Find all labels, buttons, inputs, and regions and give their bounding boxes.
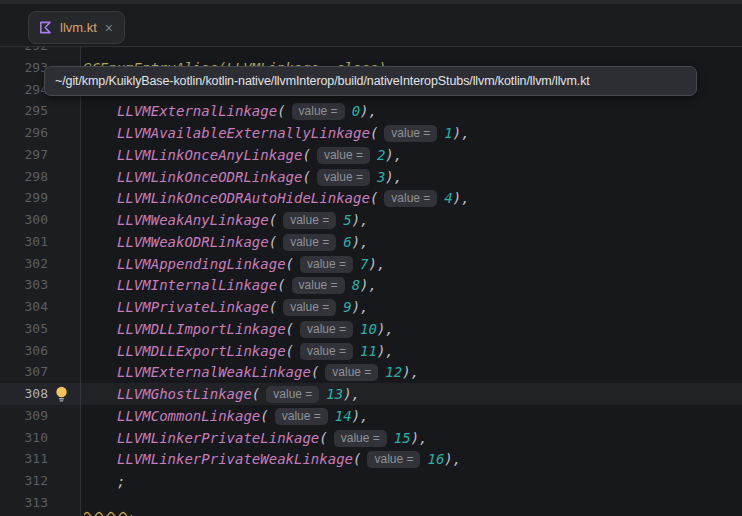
code-text[interactable]: LLVMExternalLinkage(value =0), (81, 100, 742, 122)
line-number[interactable]: 300 (0, 209, 81, 231)
line-number[interactable]: 310 (0, 427, 81, 449)
line-number[interactable]: 312 (0, 470, 81, 492)
code-line-311[interactable]: 311LLVMLinkerPrivateWeakLinkage(value =1… (0, 448, 742, 470)
code-line-308[interactable]: 308LLVMGhostLinkage(value =13), (0, 383, 742, 405)
inlay-hint-value: value = (300, 256, 353, 273)
code-line-302[interactable]: 302LLVMAppendingLinkage(value =7), (0, 253, 742, 275)
line-number[interactable]: 304 (0, 296, 81, 318)
inlay-hint-value: value = (317, 169, 370, 186)
code-line-312[interactable]: 312; (0, 470, 742, 492)
line-number[interactable]: 303 (0, 274, 81, 296)
inlay-hint-value: value = (283, 234, 336, 251)
code-text[interactable]: LLVMAppendingLinkage(value =7), (81, 253, 742, 275)
code-line-301[interactable]: 301LLVMWeakODRLinkage(value =6), (0, 231, 742, 253)
inlay-hint-value: value = (334, 430, 387, 447)
ide-window: 292293@CEnumEntryAlias(LLVMLinkage::clas… (0, 0, 742, 516)
code-text[interactable]: LLVMCommonLinkage(value =14), (81, 405, 742, 427)
code-text[interactable]: LLVMInternalLinkage(value =8), (81, 274, 742, 296)
code-line-307[interactable]: 307LLVMExternalWeakLinkage(value =12), (0, 361, 742, 383)
inlay-hint-value: value = (292, 277, 345, 294)
inlay-hint-value: value = (300, 321, 353, 338)
lightbulb-icon[interactable] (54, 386, 69, 402)
code-line-296[interactable]: 296LLVMAvailableExternallyLinkage(value … (0, 122, 742, 144)
inlay-hint-value: value = (266, 386, 319, 403)
code-text[interactable]: LLVMLinkerPrivateWeakLinkage(value =16), (81, 448, 742, 470)
inlay-hint-value: value = (300, 343, 353, 360)
code-line-306[interactable]: 306LLVMDLLExportLinkage(value =11), (0, 340, 742, 362)
line-number[interactable]: 306 (0, 340, 81, 362)
line-number[interactable]: 299 (0, 187, 81, 209)
code-text[interactable]: LLVMPrivateLinkage(value =9), (81, 296, 742, 318)
inlay-hint-value: value = (283, 212, 336, 229)
inlay-hint-value: value = (283, 299, 336, 316)
inlay-hint-value: value = (292, 103, 345, 120)
inlay-hint-value: value = (384, 190, 437, 207)
line-number[interactable]: 302 (0, 253, 81, 275)
code-text[interactable]: LLVMLinkerPrivateLinkage(value =15), (81, 427, 742, 449)
line-number[interactable]: 309 (0, 405, 81, 427)
line-number[interactable]: 311 (0, 448, 81, 470)
line-number[interactable]: 295 (0, 100, 81, 122)
code-text[interactable]: ; (81, 470, 742, 492)
code-text[interactable]: LLVMWeakAnyLinkage(value =5), (81, 209, 742, 231)
line-number[interactable]: 296 (0, 122, 81, 144)
code-line-295[interactable]: 295LLVMExternalLinkage(value =0), (0, 100, 742, 122)
code-text[interactable]: LLVMLinkOnceODRLinkage(value =3), (81, 166, 742, 188)
inlay-hint-value: value = (367, 451, 420, 468)
inlay-hint-value: value = (275, 408, 328, 425)
code-text[interactable]: LLVMLinkOnceAnyLinkage(value =2), (81, 144, 742, 166)
code-line-300[interactable]: 300LLVMWeakAnyLinkage(value =5), (0, 209, 742, 231)
line-number[interactable]: 305 (0, 318, 81, 340)
code-text[interactable]: LLVMDLLExportLinkage(value =11), (81, 340, 742, 362)
line-number[interactable]: 301 (0, 231, 81, 253)
editor-tab-bar: llvm.kt × (0, 4, 742, 47)
line-number[interactable]: 298 (0, 166, 81, 188)
line-number[interactable]: 307 (0, 361, 81, 383)
code-text[interactable]: LLVMLinkOnceODRAutoHideLinkage(value =4)… (81, 187, 742, 209)
file-path-tooltip: ~/git/kmp/KuiklyBase-kotlin/kotlin-nativ… (44, 66, 697, 96)
code-line-297[interactable]: 297LLVMLinkOnceAnyLinkage(value =2), (0, 144, 742, 166)
warning-squiggle (84, 510, 132, 516)
inlay-hint-value: value = (384, 125, 437, 142)
close-icon[interactable]: × (104, 21, 114, 35)
code-line-305[interactable]: 305LLVMDLLImportLinkage(value =10), (0, 318, 742, 340)
code-line-309[interactable]: 309LLVMCommonLinkage(value =14), (0, 405, 742, 427)
code-text[interactable]: LLVMGhostLinkage(value =13), (81, 383, 742, 405)
code-text[interactable]: LLVMDLLImportLinkage(value =10), (81, 318, 742, 340)
code-text[interactable] (81, 492, 742, 514)
code-line-303[interactable]: 303LLVMInternalLinkage(value =8), (0, 274, 742, 296)
code-line-310[interactable]: 310LLVMLinkerPrivateLinkage(value =15), (0, 427, 742, 449)
inlay-hint-value: value = (325, 364, 378, 381)
tab-llvm-kt[interactable]: llvm.kt × (28, 11, 125, 44)
line-number[interactable]: 313 (0, 492, 81, 514)
code-text[interactable]: LLVMWeakODRLinkage(value =6), (81, 231, 742, 253)
tab-title: llvm.kt (60, 21, 97, 34)
code-line-299[interactable]: 299LLVMLinkOnceODRAutoHideLinkage(value … (0, 187, 742, 209)
code-text[interactable]: LLVMAvailableExternallyLinkage(value =1)… (81, 122, 742, 144)
code-line-304[interactable]: 304LLVMPrivateLinkage(value =9), (0, 296, 742, 318)
code-text[interactable]: LLVMExternalWeakLinkage(value =12), (81, 361, 742, 383)
inlay-hint-value: value = (317, 147, 370, 164)
line-number[interactable]: 297 (0, 144, 81, 166)
kotlin-file-icon (38, 20, 53, 35)
code-line-298[interactable]: 298LLVMLinkOnceODRLinkage(value =3), (0, 166, 742, 188)
